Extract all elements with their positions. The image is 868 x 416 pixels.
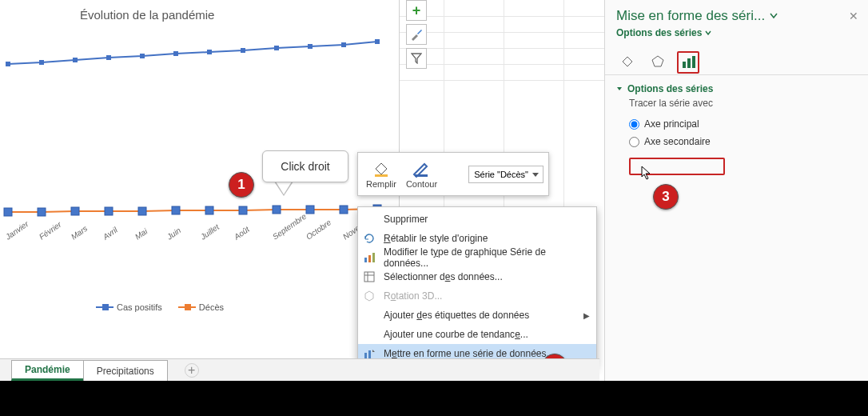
fill-label: Remplir [366,179,396,189]
contour-button[interactable]: Contour [403,158,440,190]
submenu-arrow-icon: ▶ [583,311,590,320]
svg-text:Septembre: Septembre [271,211,309,241]
chart-title: Évolution de la pandémie [80,8,214,22]
chevron-down-icon[interactable] [770,13,778,19]
fill-button[interactable]: Remplir [363,158,400,190]
radio-label: Axe secondaire [644,136,711,147]
svg-rect-46 [683,62,686,68]
add-element-button[interactable]: + [406,0,427,21]
radio-input[interactable] [629,119,639,130]
svg-rect-20 [273,206,281,214]
svg-rect-22 [340,206,348,214]
menu-label: Ajouter une courbe de tendance... [384,329,528,340]
legend-cas-positifs: Cas positifs [96,302,162,312]
section-desc: Tracer la série avec [629,98,857,109]
radio-axe-secondaire[interactable]: Axe secondaire [629,133,857,150]
tab-pandemie[interactable]: Pandémie [11,360,84,381]
svg-rect-45 [368,350,371,358]
svg-text:Mars: Mars [70,224,90,242]
menu-add-data-labels[interactable]: Ajouter des étiquettes de données ▶ [358,306,596,325]
menu-select-data[interactable]: Sélectionner des données... [358,267,596,286]
chevron-down-icon [705,30,711,35]
step-badge-1: 1 [229,172,254,198]
paint-bucket-icon [619,54,635,70]
svg-rect-13 [38,208,46,216]
svg-rect-21 [306,206,314,214]
legend-label: Décès [199,302,224,312]
legend-marker-icon [178,306,196,308]
pane-subtitle-dropdown[interactable]: Options des séries [605,26,868,45]
pentagon-icon [650,54,666,70]
svg-rect-19 [239,206,247,214]
svg-rect-4 [140,54,145,58]
svg-rect-18 [205,206,213,214]
plus-icon: + [188,363,195,378]
pane-tab-fill[interactable] [616,51,639,74]
menu-label: Sélectionner des données... [384,271,503,282]
rotate-3d-icon [361,289,377,303]
svg-text:Juillet: Juillet [198,222,221,242]
sheet-tabs: Pandémie Precipitations + [0,358,599,381]
pane-tab-effects[interactable] [647,51,669,74]
caret-down-icon [616,86,623,92]
svg-rect-15 [105,207,113,215]
chart-styles-button[interactable] [406,24,427,45]
menu-reset-style[interactable]: Rétablir le style d'origine [358,229,596,248]
chart-type-icon [361,250,377,265]
plus-icon: + [412,2,421,19]
svg-rect-36 [375,174,388,177]
radio-input[interactable] [629,137,639,147]
tab-precipitations[interactable]: Precipitations [83,360,168,381]
svg-rect-16 [138,207,146,215]
menu-rotation-3d: Rotation 3D... [358,286,596,306]
bar-chart-icon [680,54,696,70]
select-data-icon [361,270,377,284]
svg-rect-0 [6,62,10,66]
blank-icon [361,212,377,226]
pane-tab-series-options[interactable] [677,51,699,74]
svg-rect-14 [71,207,79,215]
svg-rect-17 [172,206,180,214]
menu-delete[interactable]: Supprimer [358,210,596,229]
black-bar [0,381,868,416]
menu-change-chart-type[interactable]: Modifier le type de graphique Série de d… [358,248,596,267]
svg-rect-48 [692,56,695,68]
svg-rect-37 [415,174,428,177]
reset-icon [361,231,377,246]
svg-text:Mai: Mai [133,226,149,242]
radio-axe-principal[interactable]: Axe principal [629,115,857,133]
legend-label: Cas positifs [117,302,162,312]
svg-rect-2 [73,58,78,62]
pane-title: Mise en forme des séri... [616,8,778,24]
svg-rect-44 [364,353,367,358]
series-select-value: Série "Décès" [474,170,528,179]
context-menu: Supprimer Rétablir le style d'origine Mo… [357,206,597,366]
add-sheet-button[interactable]: + [185,363,199,378]
svg-rect-12 [4,208,12,216]
format-series-pane: Mise en forme des séri... ✕ Options des … [604,0,868,381]
series-select[interactable]: Série "Décès" [468,166,543,183]
svg-rect-6 [207,50,212,54]
svg-rect-41 [364,272,374,282]
svg-rect-10 [341,42,346,47]
menu-add-trendline[interactable]: Ajouter une courbe de tendance... [358,325,596,344]
pane-tabs [605,45,868,75]
pen-icon [412,160,431,178]
svg-text:Juin: Juin [165,226,183,242]
menu-label: Mettre en forme une série de données... [384,348,554,359]
step-badge-3: 3 [653,184,679,210]
svg-rect-47 [687,58,691,68]
radio-label: Axe principal [644,118,699,130]
svg-rect-38 [364,258,367,262]
menu-label: Ajouter des étiquettes de données [384,310,529,321]
section-title[interactable]: Options des séries [616,83,857,94]
callout-tail [276,182,292,194]
legend-marker-icon [96,306,113,308]
menu-label: Rétablir le style d'origine [384,233,488,244]
close-icon[interactable]: ✕ [849,10,858,22]
contour-label: Contour [406,179,437,189]
svg-rect-5 [173,51,178,56]
svg-rect-3 [106,55,111,60]
chart-filter-button[interactable] [406,48,427,69]
svg-rect-40 [372,253,375,262]
